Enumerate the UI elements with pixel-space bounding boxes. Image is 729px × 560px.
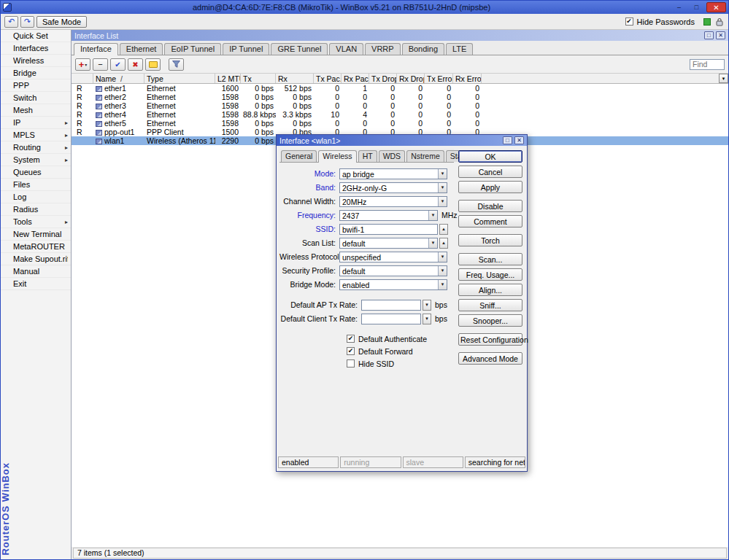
mode-combobox[interactable]: ap bridge▼ <box>339 168 447 179</box>
tab-gre-tunnel[interactable]: GRE Tunnel <box>271 43 328 55</box>
collapse-button[interactable]: ▲ <box>439 238 448 249</box>
ok-button[interactable]: OK <box>458 150 522 163</box>
checkbox-hide-ssid[interactable]: Hide SSID <box>347 358 454 369</box>
sidebar-item-mpls[interactable]: MPLS▸ <box>1 129 71 141</box>
dialog-close-button[interactable]: ✕ <box>514 136 524 144</box>
sidebar-item-switch[interactable]: Switch <box>1 92 71 104</box>
tab-nstreme[interactable]: Nstreme <box>406 150 444 162</box>
advanced-mode-button[interactable]: Advanced Mode <box>458 352 522 365</box>
sidebar-item-system[interactable]: System▸ <box>1 154 71 166</box>
dropdown-arrow-icon[interactable]: ▼ <box>438 252 447 262</box>
col-rx[interactable]: Rx <box>276 74 314 83</box>
sniff-button[interactable]: Sniff... <box>458 299 522 311</box>
reset-configuration-button[interactable]: Reset Configuration <box>458 333 522 346</box>
align-button[interactable]: Align... <box>458 284 522 296</box>
checkbox-box[interactable]: ✔ <box>347 335 355 343</box>
add-button[interactable]: +▾ <box>75 58 90 71</box>
scan-button[interactable]: Scan... <box>458 253 522 265</box>
filter-button[interactable] <box>169 58 184 71</box>
dropdown-arrow-icon[interactable]: ▼ <box>438 169 447 179</box>
wireless-protocol-combobox[interactable]: unspecified▼ <box>339 252 447 262</box>
interface-row-ether1[interactable]: R ether1 Ethernet 1600 0 bps 512 bps 0 1… <box>72 84 728 93</box>
interface-list-maximize-button[interactable]: □ <box>704 31 714 39</box>
col-name[interactable]: Name/ <box>93 74 144 83</box>
forward-button[interactable]: ↷ <box>20 16 34 28</box>
sidebar-item-mesh[interactable]: Mesh <box>1 104 71 117</box>
apply-button[interactable]: Apply <box>458 181 522 193</box>
dropdown-arrow-icon[interactable]: ▼ <box>428 238 437 248</box>
find-input[interactable] <box>690 59 725 70</box>
disable-button[interactable]: ✖ <box>128 58 143 71</box>
checkbox-box[interactable] <box>347 359 355 368</box>
cancel-button[interactable]: Cancel <box>458 166 522 178</box>
back-button[interactable]: ↶ <box>4 16 18 28</box>
ssid-input[interactable]: bwifi-1 <box>339 224 438 235</box>
freq-usage-button[interactable]: Freq. Usage... <box>458 268 522 281</box>
col-tx-drops[interactable]: Tx Drops <box>369 74 397 83</box>
dropdown-arrow-icon[interactable]: ▼ <box>438 197 447 206</box>
sidebar-item-manual[interactable]: Manual <box>1 265 71 278</box>
tab-vlan[interactable]: VLAN <box>329 43 363 55</box>
minimize-button[interactable]: – <box>671 2 687 12</box>
sidebar-item-ip[interactable]: IP▸ <box>1 117 71 129</box>
tab-wds[interactable]: WDS <box>379 150 406 162</box>
dropdown-button[interactable]: ▼ <box>423 300 431 311</box>
col-type[interactable]: Type <box>144 74 215 83</box>
channel-width-combobox[interactable]: 20MHz▼ <box>339 196 447 207</box>
tab-bonding[interactable]: Bonding <box>402 43 444 55</box>
default-client-tx-rate-input[interactable] <box>361 314 421 324</box>
col-tx[interactable]: Tx <box>241 74 276 83</box>
dropdown-arrow-icon[interactable]: ▼ <box>438 183 447 192</box>
tab-wireless[interactable]: Wireless <box>318 150 356 163</box>
frequency-combobox[interactable]: 2437▼ <box>339 210 438 221</box>
sidebar-item-quick-set[interactable]: Quick Set <box>1 30 71 42</box>
tab-general[interactable]: General <box>281 150 317 162</box>
checkbox-box[interactable]: ✔ <box>347 347 355 355</box>
checkbox-default-authenticate[interactable]: ✔ Default Authenticate <box>347 333 454 344</box>
scan-list-combobox[interactable]: default▼ <box>339 238 438 249</box>
comment-button[interactable] <box>145 58 161 71</box>
comment-button-dialog[interactable]: Comment <box>458 215 522 228</box>
interface-row-ether4[interactable]: R ether4 Ethernet 1598 88.8 kbps 3.3 kbp… <box>72 110 728 119</box>
dropdown-arrow-icon[interactable]: ▼ <box>438 266 447 276</box>
default-ap-tx-rate-input[interactable] <box>361 300 421 311</box>
sidebar-item-queues[interactable]: Queues <box>1 166 71 179</box>
disable-button-dialog[interactable]: Disable <box>458 200 522 212</box>
tab-interface[interactable]: Interface <box>74 43 118 55</box>
checkbox-default-forward[interactable]: ✔ Default Forward <box>347 346 454 357</box>
tab-ip-tunnel[interactable]: IP Tunnel <box>223 43 269 55</box>
col-tx-errors[interactable]: Tx Errors <box>425 74 453 83</box>
dialog-maximize-button[interactable]: □ <box>503 136 512 144</box>
sidebar-item-routing[interactable]: Routing▸ <box>1 141 71 154</box>
interface-row-ether2[interactable]: R ether2 Ethernet 1598 0 bps 0 bps 0 0 0… <box>72 93 728 101</box>
close-button[interactable]: ✕ <box>706 2 726 12</box>
sidebar-item-new-terminal[interactable]: New Terminal <box>1 228 71 241</box>
sidebar-item-wireless[interactable]: Wireless <box>1 55 71 67</box>
collapse-button[interactable]: ▲ <box>439 224 448 235</box>
col-flags[interactable] <box>72 74 93 83</box>
sidebar-item-files[interactable]: Files <box>1 179 71 191</box>
sidebar-item-metarouter[interactable]: MetaROUTER <box>1 241 71 253</box>
tab-lte[interactable]: LTE <box>446 43 473 55</box>
interface-row-ether3[interactable]: R ether3 Ethernet 1598 0 bps 0 bps 0 0 0… <box>72 101 728 110</box>
sidebar-item-bridge[interactable]: Bridge <box>1 67 71 79</box>
snooper-button[interactable]: Snooper... <box>458 314 522 327</box>
band-combobox[interactable]: 2GHz-only-G▼ <box>339 182 447 193</box>
enable-button[interactable]: ✔ <box>110 58 126 71</box>
torch-button[interactable]: Torch <box>458 234 522 246</box>
sidebar-item-log[interactable]: Log <box>1 191 71 203</box>
hide-passwords-checkbox[interactable]: ✔ <box>625 18 633 26</box>
safe-mode-button[interactable]: Safe Mode <box>36 16 87 28</box>
tab-eoip-tunnel[interactable]: EoIP Tunnel <box>164 43 221 55</box>
sidebar-item-radius[interactable]: Radius <box>1 203 71 216</box>
interface-row-ether5[interactable]: R ether5 Ethernet 1598 0 bps 0 bps 0 0 0… <box>72 119 728 128</box>
column-filter-dropdown[interactable]: ▼ <box>719 74 728 83</box>
maximize-button[interactable]: □ <box>689 2 704 12</box>
security-profile-combobox[interactable]: default▼ <box>339 265 447 276</box>
dropdown-arrow-icon[interactable]: ▼ <box>428 211 437 220</box>
sidebar-item-exit[interactable]: Exit <box>1 278 71 290</box>
bridge-mode-combobox[interactable]: enabled▼ <box>339 279 447 290</box>
tab-ht[interactable]: HT <box>358 150 377 162</box>
sidebar-item-interfaces[interactable]: Interfaces <box>1 42 71 55</box>
sidebar-item-make-supout[interactable]: Make Supout.rif <box>1 253 71 265</box>
